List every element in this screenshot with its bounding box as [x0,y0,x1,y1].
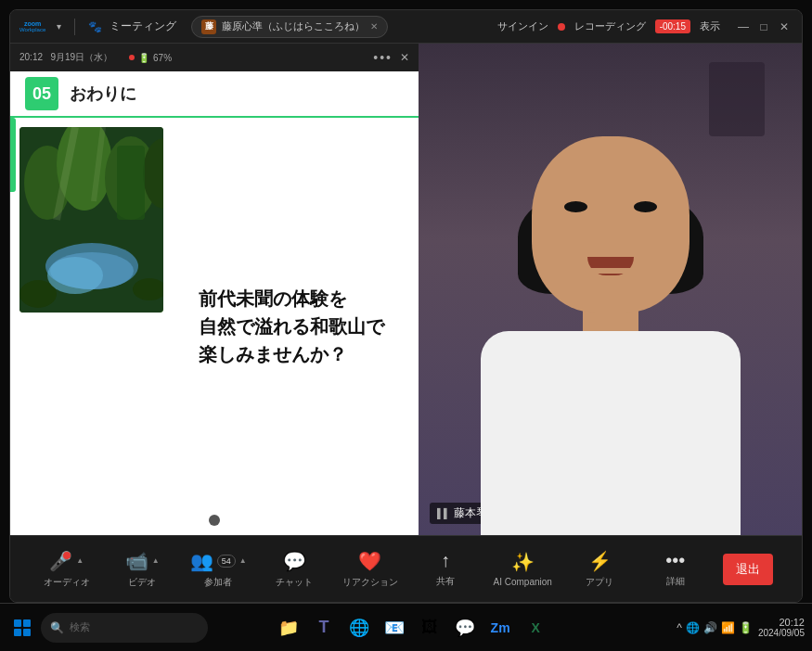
ai-label: AI Companion [493,577,551,587]
taskbar-photos[interactable]: 🖼 [413,611,446,645]
audio-label: オーディオ [44,576,90,589]
end-label: 退出 [736,561,760,578]
toolbar: 🎤 ▲ オーディオ 📹 ▲ ビデオ 👥 54 [10,535,802,602]
participants-control[interactable]: 👥 54 ▲ 参加者 [190,550,247,589]
svg-point-7 [19,280,57,308]
time-text: 20:12 [779,617,805,628]
ai-control[interactable]: ✨ AI Companion [493,551,551,587]
pres-close-button[interactable]: ✕ [400,51,409,64]
participants-caret[interactable]: ▲ [239,556,247,565]
chat-label: チャット [276,576,313,589]
battery-icon: 🔋 [138,53,149,63]
main-content: 20:12 9月19日（水） 🔋 67% ••• ✕ 05 [10,44,802,535]
participants-icon: 👥 [190,550,213,572]
battery-pct: 67% [153,53,172,63]
tab-pill[interactable]: 藤 藤原心準（ふじはらこころね） ✕ [191,16,388,38]
chevron-icon[interactable]: ^ [677,621,682,634]
close-button[interactable]: ✕ [776,19,793,35]
speaker-icon[interactable]: 🔊 [703,621,717,634]
video-caret[interactable]: ▲ [152,556,160,565]
wifi-icon[interactable]: 📶 [721,621,735,634]
status-indicators: 🔋 67% [129,53,172,63]
pres-more-button[interactable]: ••• [373,50,393,65]
apps-label: アプリ [586,576,613,589]
zoom-window: zoom Workplace ▾ 🐾 ミーティング 藤 藤原心準（ふじはらこころ… [9,9,803,603]
window-controls: — □ ✕ [735,19,793,35]
rec-dot [558,23,565,31]
display-button[interactable]: 表示 [700,19,720,33]
search-icon: 🔍 [50,621,64,634]
tab-avatar: 藤 [201,19,216,34]
slide: 05 おわりに [10,71,419,535]
slide-main-text: 前代未聞の体験を 自然で溢れる和歌山で 楽しみませんか？ [199,285,384,368]
mic-active-indicator [63,552,71,559]
maximize-button[interactable]: □ [755,19,772,35]
video-control[interactable]: 📹 ▲ ビデオ [114,550,170,589]
reactions-icon: ❤️ [358,550,381,572]
taskbar: 🔍 検索 📁 T 🌐 📧 🖼 💬 Zm X ^ 🌐 🔊 📶 🔋 20: [0,603,812,651]
app-dropdown[interactable]: ▾ [57,21,61,32]
zoom-taskbar-icon: Zm [491,620,510,635]
tab-close[interactable]: ✕ [370,21,378,32]
slide-header: 05 おわりに [10,71,419,118]
room-element [709,62,765,136]
recording-label: レコーディング [574,19,646,33]
taskbar-files[interactable]: 📁 [272,611,305,645]
slide-text-area: 前代未聞の体験を 自然で溢れる和歌山で 楽しみませんか？ [173,127,409,526]
title-bar: zoom Workplace ▾ 🐾 ミーティング 藤 藤原心準（ふじはらこころ… [10,10,802,44]
taskbar-messenger[interactable]: 💬 [448,611,482,645]
details-label: 詳細 [666,575,685,588]
ai-icon: ✨ [511,551,535,573]
video-panel: ▌▌ 藤本琴那（ふじもと かんな） [419,44,802,535]
green-indicator [10,118,16,192]
pres-time: 20:12 9月19日（水） [19,51,112,64]
end-meeting-button[interactable]: 退出 [723,554,773,585]
face [532,136,690,313]
scroll-dot[interactable] [209,515,220,526]
shirt [481,331,741,535]
chat-control[interactable]: 💬 チャット [266,550,322,589]
slide-number: 05 [25,77,58,110]
taskbar-zoom[interactable]: Zm [483,611,517,645]
signin-button[interactable]: サインイン [497,19,548,33]
title-bar-right: サインイン レコーディング -00:15 表示 — □ ✕ [497,19,793,35]
paw-icon: 🐾 [88,20,102,33]
search-placeholder-text: 検索 [70,620,90,634]
video-label: ビデオ [128,576,156,589]
date-text: 2024/09/05 [758,628,805,638]
audio-control[interactable]: 🎤 ▲ オーディオ [39,550,95,589]
windows-logo [14,619,31,636]
divider [74,19,75,35]
apps-icon: ⚡ [588,550,612,572]
system-icons: ^ 🌐 🔊 📶 🔋 [677,621,753,634]
desktop: zoom Workplace ▾ 🐾 ミーティング 藤 藤原心準（ふじはらこころ… [0,0,812,651]
mail-icon: 📧 [384,618,405,638]
pres-topbar: 20:12 9月19日（水） 🔋 67% ••• ✕ [10,44,419,71]
slide-forest-image [19,127,163,313]
audio-caret[interactable]: ▲ [76,556,84,565]
photos-icon: 🖼 [421,618,438,637]
share-control[interactable]: ↑ 共有 [418,550,473,588]
taskbar-tray: ^ 🌐 🔊 📶 🔋 20:12 2024/09/05 [677,617,805,638]
signal-icon: ▌▌ [437,508,450,518]
taskbar-excel[interactable]: X [519,611,552,645]
slide-body: 前代未聞の体験を 自然で溢れる和歌山で 楽しみませんか？ [10,118,419,535]
apps-control[interactable]: ⚡ アプリ [572,550,627,589]
network-icon[interactable]: 🌐 [686,621,700,634]
minimize-button[interactable]: — [735,19,752,35]
taskbar-mail[interactable]: 📧 [378,611,411,645]
start-button[interactable] [7,613,37,643]
reactions-control[interactable]: ❤️ リアクション [342,550,398,589]
share-label: 共有 [436,575,455,588]
presentation-panel: 20:12 9月19日（水） 🔋 67% ••• ✕ 05 [10,44,419,535]
taskbar-search[interactable]: 🔍 検索 [41,613,208,643]
slide-title: おわりに [70,83,136,105]
files-icon: 📁 [278,618,299,638]
taskbar-edge[interactable]: 🌐 [342,611,376,645]
details-control[interactable]: ••• 詳細 [648,550,703,588]
tab-name: 藤原心準（ふじはらこころね） [222,19,365,33]
participants-badge: 54 [217,555,236,568]
participants-label: 参加者 [204,576,232,589]
battery-taskbar-icon[interactable]: 🔋 [739,621,753,634]
taskbar-teams[interactable]: T [307,611,341,645]
